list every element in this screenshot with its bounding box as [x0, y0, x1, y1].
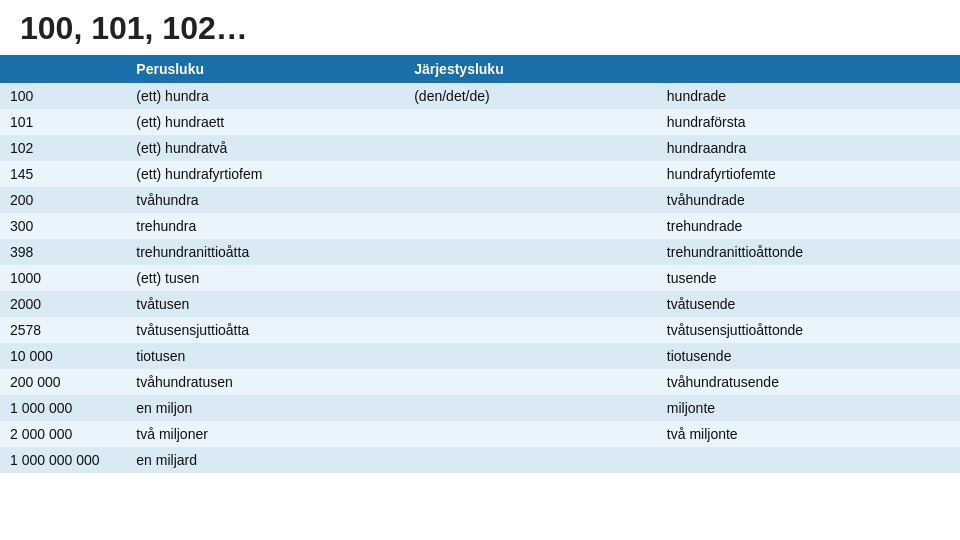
table-cell: trehundranittioåtta	[126, 239, 404, 265]
table-cell: tiotusende	[657, 343, 960, 369]
table-cell: 398	[0, 239, 126, 265]
table-cell	[404, 447, 657, 473]
table-cell: (ett) hundra	[126, 83, 404, 109]
table-cell: (ett) tusen	[126, 265, 404, 291]
table-cell: tvåhundratusen	[126, 369, 404, 395]
table-row: 1 000 000en miljonmiljonte	[0, 395, 960, 421]
table-header-row: Perusluku Järjestysluku	[0, 55, 960, 83]
table-cell: hundrade	[657, 83, 960, 109]
table-cell: tvåhundra	[126, 187, 404, 213]
table-cell	[404, 317, 657, 343]
table-cell: hundraförsta	[657, 109, 960, 135]
table-cell: tvåtusen	[126, 291, 404, 317]
table-cell	[404, 395, 657, 421]
table-cell	[404, 161, 657, 187]
table-cell: 300	[0, 213, 126, 239]
table-row: 1 000 000 000en miljard	[0, 447, 960, 473]
table-cell: tvåtusende	[657, 291, 960, 317]
table-cell: 10 000	[0, 343, 126, 369]
table-cell	[404, 187, 657, 213]
table-cell: tiotusen	[126, 343, 404, 369]
header-number	[0, 55, 126, 83]
table-cell	[404, 109, 657, 135]
table-row: 200 000tvåhundratusentvåhundratusende	[0, 369, 960, 395]
table-cell: tusende	[657, 265, 960, 291]
table-cell	[404, 343, 657, 369]
numbers-table: Perusluku Järjestysluku 100(ett) hundra(…	[0, 55, 960, 473]
table-cell	[404, 213, 657, 239]
table-cell: trehundrade	[657, 213, 960, 239]
table-cell: 2578	[0, 317, 126, 343]
table-cell	[404, 265, 657, 291]
table-cell: 1000	[0, 265, 126, 291]
table-cell: trehundra	[126, 213, 404, 239]
table-cell	[404, 421, 657, 447]
table-row: 2578tvåtusensjuttioåttatvåtusensjuttioåt…	[0, 317, 960, 343]
table-cell: 145	[0, 161, 126, 187]
table-cell: 2 000 000	[0, 421, 126, 447]
table-row: 101(ett) hundraetthundraförsta	[0, 109, 960, 135]
table-row: 145(ett) hundrafyrtiofemhundrafyrtiofemt…	[0, 161, 960, 187]
table-cell: två miljonte	[657, 421, 960, 447]
table-cell: 101	[0, 109, 126, 135]
table-cell: 2000	[0, 291, 126, 317]
table-row: 1000(ett) tusentusende	[0, 265, 960, 291]
table-cell: (ett) hundratvå	[126, 135, 404, 161]
header-swedish	[657, 55, 960, 83]
table-cell: hundraandra	[657, 135, 960, 161]
table-cell: 200	[0, 187, 126, 213]
table-cell: miljonte	[657, 395, 960, 421]
table-cell: två miljoner	[126, 421, 404, 447]
table-cell	[404, 369, 657, 395]
table-cell	[404, 291, 657, 317]
table-row: 300trehundratrehundrade	[0, 213, 960, 239]
table-row: 10 000tiotusentiotusende	[0, 343, 960, 369]
table-row: 2 000 000två miljonertvå miljonte	[0, 421, 960, 447]
table-cell: 100	[0, 83, 126, 109]
table-cell: en miljon	[126, 395, 404, 421]
table-cell: 1 000 000	[0, 395, 126, 421]
table-cell: 102	[0, 135, 126, 161]
table-cell: en miljard	[126, 447, 404, 473]
table-row: 398trehundranittioåttatrehundranittioått…	[0, 239, 960, 265]
table-row: 200tvåhundratvåhundrade	[0, 187, 960, 213]
header-jarjestysluku: Järjestysluku	[404, 55, 657, 83]
table-cell: tvåhundrade	[657, 187, 960, 213]
table-cell: trehundranittioåttonde	[657, 239, 960, 265]
table-cell: (ett) hundrafyrtiofem	[126, 161, 404, 187]
page-title: 100, 101, 102…	[0, 0, 960, 55]
table-cell: (ett) hundraett	[126, 109, 404, 135]
header-perusluku: Perusluku	[126, 55, 404, 83]
table-row: 100(ett) hundra(den/det/de)hundrade	[0, 83, 960, 109]
table-cell: 1 000 000 000	[0, 447, 126, 473]
table-cell: tvåtusensjuttioåtta	[126, 317, 404, 343]
table-cell: hundrafyrtiofemte	[657, 161, 960, 187]
table-row: 102(ett) hundratvåhundraandra	[0, 135, 960, 161]
table-cell	[657, 447, 960, 473]
table-cell	[404, 239, 657, 265]
table-cell: (den/det/de)	[404, 83, 657, 109]
table-cell: tvåtusensjuttioåttonde	[657, 317, 960, 343]
table-row: 2000tvåtusentvåtusende	[0, 291, 960, 317]
table-body: 100(ett) hundra(den/det/de)hundrade101(e…	[0, 83, 960, 473]
table-cell	[404, 135, 657, 161]
table-cell: 200 000	[0, 369, 126, 395]
table-cell: tvåhundratusende	[657, 369, 960, 395]
